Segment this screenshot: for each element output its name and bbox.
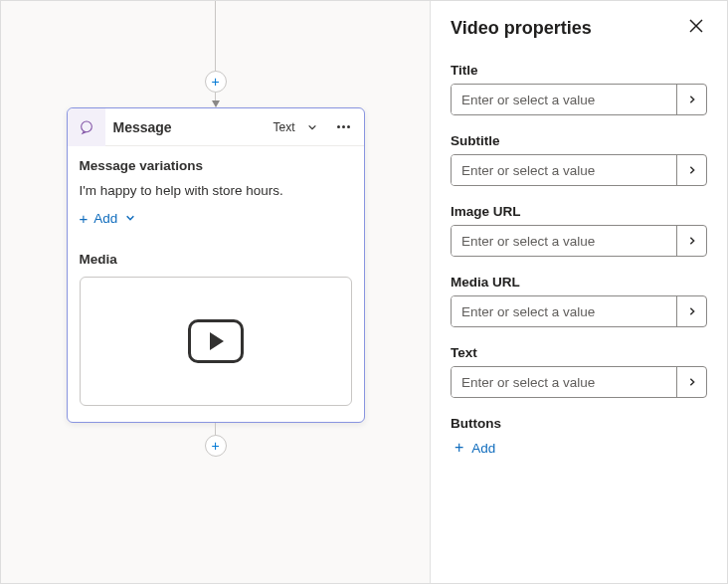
media-url-picker[interactable] — [676, 296, 706, 326]
panel-title: Video properties — [451, 18, 592, 39]
field-buttons: Buttons + Add — [451, 416, 707, 457]
plus-icon: + — [80, 210, 89, 227]
add-button-label: Add — [471, 441, 495, 456]
media-url-input[interactable] — [452, 296, 676, 326]
buttons-label: Buttons — [451, 416, 707, 431]
add-node-button-top[interactable]: + — [205, 71, 227, 93]
field-label: Subtitle — [451, 133, 707, 148]
message-node-header: Message Text — [68, 108, 364, 146]
media-preview[interactable] — [80, 277, 352, 406]
field-label: Text — [451, 345, 707, 360]
field-label: Image URL — [451, 204, 707, 219]
plus-icon: + — [455, 439, 463, 457]
chevron-down-icon — [123, 211, 135, 226]
flow-canvas[interactable]: + Message Text M — [1, 1, 431, 583]
title-input[interactable] — [452, 85, 676, 114]
media-label: Media — [80, 252, 352, 267]
subtitle-input[interactable] — [452, 155, 676, 185]
play-icon — [188, 319, 244, 363]
subtitle-picker[interactable] — [676, 155, 706, 185]
properties-panel: Video properties Title Subtitle Image UR… — [431, 1, 727, 583]
field-title: Title — [451, 63, 707, 115]
message-node-title: Message — [113, 119, 266, 135]
field-media-url: Media URL — [451, 275, 707, 327]
field-label: Title — [451, 63, 707, 78]
message-type-dropdown[interactable] — [307, 118, 317, 136]
add-variation-button[interactable]: + Add — [80, 210, 136, 227]
text-picker[interactable] — [676, 367, 706, 397]
image-url-picker[interactable] — [676, 226, 706, 256]
field-label: Media URL — [451, 275, 707, 290]
svg-point-0 — [81, 121, 91, 132]
message-more-menu[interactable] — [333, 121, 354, 132]
message-type-label: Text — [273, 120, 294, 134]
add-node-button-bottom[interactable]: + — [205, 435, 227, 457]
image-url-input[interactable] — [452, 226, 676, 256]
close-icon — [689, 19, 703, 33]
field-image-url: Image URL — [451, 204, 707, 257]
add-button[interactable]: + Add — [451, 439, 707, 457]
field-subtitle: Subtitle — [451, 133, 707, 186]
message-variation-text[interactable]: I'm happy to help with store hours. — [80, 183, 352, 198]
add-variation-label: Add — [93, 211, 117, 226]
field-text: Text — [451, 345, 707, 398]
title-picker[interactable] — [676, 85, 706, 114]
close-panel-button[interactable] — [685, 15, 707, 41]
message-icon — [68, 108, 105, 146]
message-node[interactable]: Message Text Message variations I'm happ… — [67, 107, 365, 423]
message-variations-label: Message variations — [80, 158, 352, 173]
flow-arrowhead-icon — [212, 100, 220, 107]
text-input[interactable] — [452, 367, 676, 397]
